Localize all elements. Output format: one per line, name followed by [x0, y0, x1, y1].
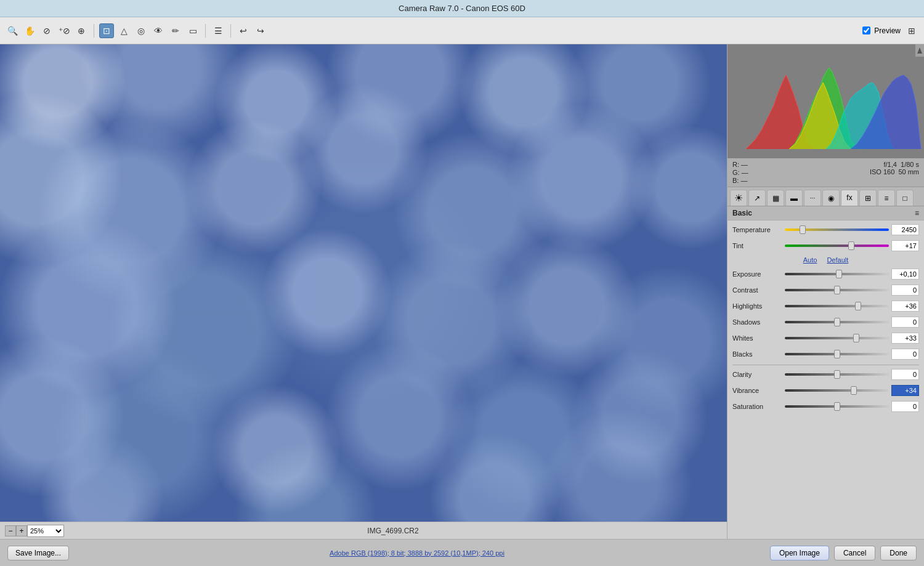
contrast-slider-wrap	[785, 285, 889, 295]
rgb-info-bar: R: — G: — B: — f/1,4 1/80 s ISO 160 50 m…	[727, 158, 924, 187]
preview-label[interactable]: Preview	[874, 26, 901, 35]
graduated-filter-tool[interactable]: ▭	[185, 23, 200, 38]
tab-presets[interactable]: ≡	[878, 190, 895, 206]
g-value: G: —	[732, 169, 748, 176]
tab-detail[interactable]: ···	[804, 190, 821, 206]
tab-camera-cal[interactable]: ⊞	[859, 190, 877, 206]
saturation-slider[interactable]	[785, 405, 889, 408]
done-btn[interactable]: Done	[880, 546, 917, 560]
panel-menu-icon[interactable]: ≡	[915, 209, 919, 217]
aperture: f/1,4	[884, 161, 897, 168]
app-title: Camera Raw 7.0 - Canon EOS 60D	[399, 4, 525, 13]
section-title: Basic	[732, 209, 752, 217]
saturation-value[interactable]	[891, 401, 919, 412]
tab-fx[interactable]: fx	[841, 190, 858, 206]
cancel-btn[interactable]: Cancel	[834, 546, 875, 560]
tab-hsl[interactable]: ▦	[767, 190, 784, 206]
adj-divider	[732, 365, 919, 365]
contrast-row: Contrast	[732, 285, 919, 296]
clarity-row: Clarity	[732, 369, 919, 380]
highlights-row: Highlights	[732, 301, 919, 312]
tint-slider-wrap	[785, 241, 889, 251]
preview-checkbox[interactable]	[862, 26, 870, 34]
eyedropper-tool[interactable]: ⊘	[39, 23, 54, 38]
temperature-value[interactable]	[891, 224, 919, 235]
zoom-select[interactable]: 25% 33% 50% 100%	[27, 525, 64, 537]
exposure-value[interactable]	[891, 269, 919, 280]
auto-btn[interactable]: Auto	[803, 256, 817, 264]
histogram-area	[727, 44, 924, 158]
blacks-value[interactable]	[891, 349, 919, 360]
camera-exif: f/1,4 1/80 s ISO 160 50 mm	[870, 161, 919, 184]
crop-tool[interactable]: ⊡	[99, 23, 114, 38]
whites-slider[interactable]	[785, 337, 889, 339]
tab-lens[interactable]: ◉	[822, 190, 840, 206]
highlights-value[interactable]	[891, 301, 919, 312]
clarity-value[interactable]	[891, 369, 919, 380]
panel-header: Basic ≡	[727, 206, 924, 220]
r-value: R: —	[732, 161, 748, 168]
straighten-tool[interactable]: △	[116, 23, 131, 38]
separator-2	[205, 24, 206, 38]
workflow-options[interactable]: ☰	[211, 23, 225, 38]
exposure-slider-wrap	[785, 269, 889, 279]
image-preview	[0, 44, 727, 522]
vibrance-row: Vibrance	[732, 385, 919, 396]
spot-removal-tool[interactable]: ◎	[134, 23, 148, 38]
tab-split-tone[interactable]: ▬	[785, 190, 803, 206]
shadows-slider[interactable]	[785, 321, 889, 323]
full-screen-btn[interactable]: ⊞	[904, 23, 919, 38]
zoom-out-btn[interactable]: −	[5, 525, 16, 536]
auto-default-row: Auto Default	[732, 256, 919, 264]
undo-btn[interactable]: ↩	[236, 23, 251, 38]
adjustment-brush-tool[interactable]: ✏	[168, 23, 183, 38]
shadows-row: Shadows	[732, 317, 919, 328]
highlights-slider[interactable]	[785, 305, 889, 307]
clarity-slider-wrap	[785, 370, 889, 379]
image-info[interactable]: Adobe RGB (1998); 8 bit; 3888 by 2592 (1…	[69, 549, 765, 557]
zoom-tool[interactable]: 🔍	[5, 23, 20, 38]
exposure-label: Exposure	[732, 270, 785, 278]
temperature-row: Temperature	[732, 224, 919, 235]
tab-basic-wb[interactable]: ☀	[730, 190, 747, 206]
exposure-slider[interactable]	[785, 273, 889, 275]
adjustments-panel: Basic ≡ Temperature Tint	[727, 206, 924, 539]
adj-section: Temperature Tint	[727, 220, 924, 421]
default-btn[interactable]: Default	[827, 256, 848, 264]
shadows-label: Shadows	[732, 318, 785, 326]
whites-slider-wrap	[785, 333, 889, 343]
vibrance-slider-wrap	[785, 386, 889, 395]
image-panel: − + 25% 33% 50% 100% IMG_4699.CR2	[0, 44, 727, 539]
redo-btn[interactable]: ↪	[253, 23, 268, 38]
contrast-slider[interactable]	[785, 289, 889, 291]
image-statusbar: − + 25% 33% 50% 100% IMG_4699.CR2	[0, 522, 727, 539]
vibrance-value[interactable]	[891, 385, 919, 396]
temperature-slider[interactable]	[785, 228, 889, 231]
color-sampler-tool[interactable]: ⁺⊘	[57, 23, 71, 38]
whites-value[interactable]	[891, 333, 919, 344]
contrast-value[interactable]	[891, 285, 919, 296]
shutter: 1/80 s	[901, 161, 919, 168]
zoom-in-btn[interactable]: +	[16, 525, 27, 536]
temperature-slider-wrap	[785, 225, 889, 235]
clarity-slider[interactable]	[785, 373, 889, 376]
preview-area: Preview ⊞	[862, 23, 919, 38]
target-adj-tool[interactable]: ⊕	[74, 23, 89, 38]
tab-tone-curve[interactable]: ↗	[748, 190, 766, 206]
whites-row: Whites	[732, 333, 919, 344]
blacks-slider[interactable]	[785, 353, 889, 355]
bottom-bar: Save Image... Adobe RGB (1998); 8 bit; 3…	[0, 539, 924, 566]
shadows-value[interactable]	[891, 317, 919, 328]
right-panel: R: — G: — B: — f/1,4 1/80 s ISO 160 50 m…	[727, 44, 924, 539]
hand-tool[interactable]: ✋	[22, 23, 37, 38]
open-image-btn[interactable]: Open Image	[770, 546, 829, 560]
vibrance-slider[interactable]	[785, 389, 889, 392]
filename: IMG_4699.CR2	[64, 527, 722, 535]
tab-snapshots[interactable]: □	[896, 190, 914, 206]
tint-slider[interactable]	[785, 245, 889, 247]
save-image-btn[interactable]: Save Image...	[7, 546, 69, 560]
blacks-label: Blacks	[732, 350, 785, 358]
tint-value[interactable]	[891, 240, 919, 251]
image-canvas[interactable]	[0, 44, 727, 522]
red-eye-tool[interactable]: 👁	[151, 23, 166, 38]
